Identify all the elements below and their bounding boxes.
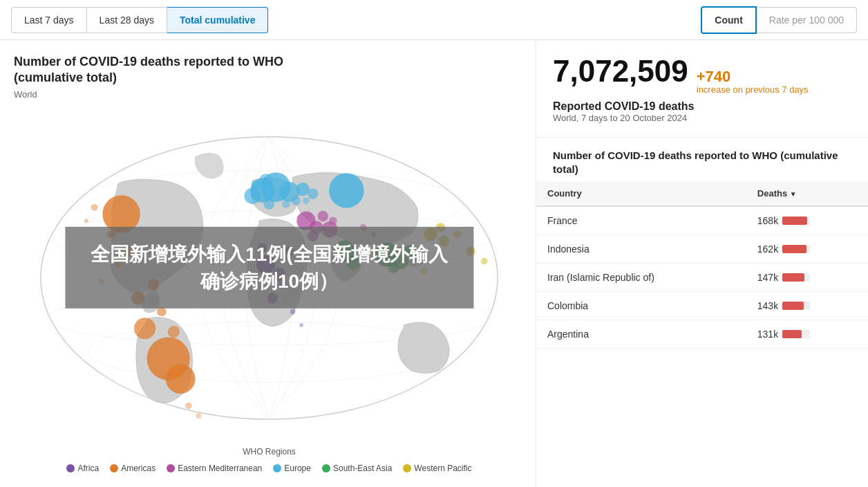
- country-header: Country: [536, 181, 746, 206]
- bar-cell: 131k: [757, 329, 857, 340]
- deaths-cell: 168k: [746, 206, 868, 235]
- right-panel: 7,072,509 +740 increase on previous 7 da…: [536, 40, 868, 487]
- svg-point-28: [282, 200, 290, 208]
- deaths-cell: 147k: [746, 264, 868, 292]
- bar-background: [782, 217, 810, 225]
- svg-point-38: [318, 210, 329, 221]
- deaths-value: 143k: [757, 300, 778, 311]
- europe-dot: [273, 464, 281, 472]
- deaths-header[interactable]: Deaths ▼: [746, 181, 868, 206]
- stats-period: World, 7 days to 20 October 2024: [553, 113, 851, 123]
- deaths-table: Country Deaths ▼ France168kIndonesia162k…: [536, 181, 868, 349]
- table-title: Number of COVID-19 deaths reported to WH…: [536, 138, 868, 181]
- svg-point-23: [264, 199, 275, 210]
- table-row: Colombia143k: [536, 292, 868, 320]
- legend-africa: Africa: [66, 463, 99, 473]
- legend-western-pac: Western Pacific: [403, 463, 471, 473]
- last-28-days-button[interactable]: Last 28 days: [86, 7, 167, 33]
- svg-point-22: [308, 188, 319, 199]
- table-row: France168k: [536, 206, 868, 235]
- bar-background: [782, 302, 810, 310]
- time-range-buttons: Last 7 days Last 28 days Total cumulativ…: [11, 7, 268, 33]
- table-wrapper[interactable]: Country Deaths ▼ France168kIndonesia162k…: [536, 181, 868, 487]
- bar-cell: 162k: [757, 244, 857, 255]
- death-count: 7,072,509: [553, 54, 688, 89]
- legend-americas: Americas: [110, 463, 155, 473]
- svg-point-9: [134, 318, 155, 339]
- bar-fill: [782, 302, 804, 310]
- total-cumulative-button[interactable]: Total cumulative: [167, 7, 268, 33]
- bar-background: [782, 330, 810, 338]
- chart-title: Number of COVID-19 deaths reported to WH…: [14, 54, 304, 86]
- table-row: Iran (Islamic Republic of)147k: [536, 264, 868, 292]
- svg-point-56: [290, 309, 296, 314]
- stats-label: Reported COVID-19 deaths: [553, 100, 851, 113]
- bar-fill: [782, 330, 802, 338]
- sea-label: South-East Asia: [333, 463, 392, 473]
- table-row: Argentina131k: [536, 320, 868, 349]
- svg-point-64: [185, 403, 192, 410]
- bar-fill: [782, 273, 804, 282]
- americas-label: Americas: [121, 463, 155, 473]
- svg-point-25: [259, 174, 272, 187]
- deaths-cell: 131k: [746, 320, 868, 349]
- svg-point-62: [91, 204, 98, 211]
- country-cell: France: [536, 206, 746, 235]
- chart-subtitle: World: [14, 89, 525, 100]
- svg-point-24: [329, 173, 364, 208]
- world-map: 全国新增境外输入11例(全国新增境外输入确诊病例10例）: [14, 105, 525, 444]
- svg-point-8: [166, 364, 196, 394]
- bar-cell: 168k: [757, 215, 857, 226]
- legend-eastern-med: Eastern Mediterranean: [167, 463, 262, 473]
- americas-dot: [110, 464, 118, 472]
- sort-arrow-icon: ▼: [790, 190, 797, 198]
- legend-title: WHO Regions: [14, 447, 525, 457]
- deaths-value: 147k: [757, 272, 778, 283]
- svg-point-27: [292, 196, 301, 205]
- map-legend: WHO Regions Africa Americas Eastern Medi…: [14, 444, 525, 476]
- top-navigation: Last 7 days Last 28 days Total cumulativ…: [0, 0, 868, 40]
- stats-card: 7,072,509 +740 increase on previous 7 da…: [536, 40, 868, 138]
- europe-label: Europe: [284, 463, 311, 473]
- svg-point-65: [196, 413, 202, 419]
- bar-fill: [782, 245, 806, 253]
- country-cell: Indonesia: [536, 235, 746, 264]
- overlay-banner: 全国新增境外输入11例(全国新增境外输入确诊病例10例）: [65, 227, 473, 309]
- eastern-med-dot: [167, 464, 175, 472]
- stats-main: 7,072,509 +740 increase on previous 7 da…: [553, 54, 851, 95]
- country-cell: Iran (Islamic Republic of): [536, 264, 746, 292]
- deaths-cell: 143k: [746, 292, 868, 320]
- bar-cell: 147k: [757, 272, 857, 283]
- table-row: Indonesia162k: [536, 235, 868, 264]
- deaths-value: 162k: [757, 244, 778, 255]
- table-card: Number of COVID-19 deaths reported to WH…: [536, 138, 868, 487]
- deaths-value: 131k: [757, 329, 778, 340]
- last-7-days-button[interactable]: Last 7 days: [11, 7, 86, 33]
- eastern-med-label: Eastern Mediterranean: [178, 463, 262, 473]
- metric-buttons: Count Rate per 100 000: [701, 6, 857, 34]
- bar-cell: 143k: [757, 300, 857, 311]
- svg-point-51: [481, 257, 488, 264]
- count-button[interactable]: Count: [701, 6, 756, 34]
- stats-delta: +740: [697, 68, 809, 86]
- country-cell: Argentina: [536, 320, 746, 349]
- western-pac-dot: [403, 464, 411, 472]
- legend-europe: Europe: [273, 463, 311, 473]
- svg-point-63: [84, 219, 88, 223]
- svg-point-26: [251, 181, 261, 190]
- bar-fill: [782, 217, 807, 225]
- africa-label: Africa: [77, 463, 99, 473]
- legend-sea: South-East Asia: [322, 463, 392, 473]
- bar-background: [782, 245, 810, 253]
- stats-increase-text: increase on previous 7 days: [697, 84, 809, 95]
- deaths-value: 168k: [757, 215, 778, 226]
- rate-button[interactable]: Rate per 100 000: [757, 7, 857, 33]
- main-content: Number of COVID-19 deaths reported to WH…: [0, 40, 868, 487]
- bar-background: [782, 273, 810, 282]
- left-panel: Number of COVID-19 deaths reported to WH…: [0, 40, 536, 487]
- deaths-cell: 162k: [746, 235, 868, 264]
- svg-point-20: [245, 187, 261, 203]
- country-cell: Colombia: [536, 292, 746, 320]
- africa-dot: [66, 464, 75, 472]
- western-pac-label: Western Pacific: [414, 463, 471, 473]
